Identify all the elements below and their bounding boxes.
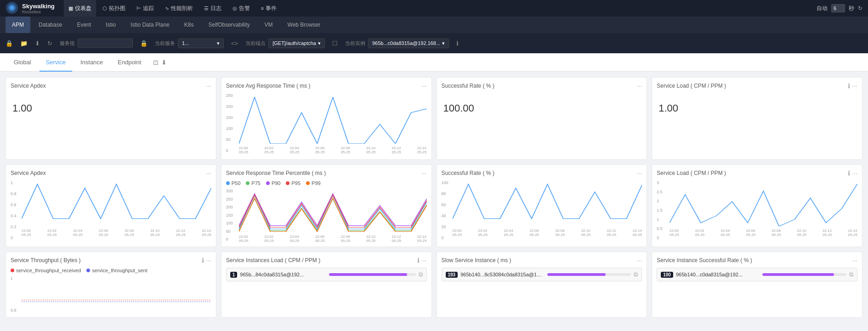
nav-item-trace[interactable]: ⊢追踪: [132, 0, 159, 17]
more-icon[interactable]: ···: [421, 169, 427, 177]
chart-svg: [239, 93, 427, 144]
sec-nav-item-browser[interactable]: Web Browser: [281, 17, 327, 33]
more-icon[interactable]: ···: [421, 257, 427, 264]
more-icon[interactable]: ···: [637, 169, 642, 177]
download-icon: ⬇: [35, 40, 40, 47]
current-instance-select[interactable]: 965b...c0da8315a@192.168... ▾: [368, 39, 449, 48]
more-icon[interactable]: ···: [637, 82, 642, 90]
panel-title: Service Throughput ( Bytes ): [11, 257, 81, 264]
current-instance-label: 当前实例: [345, 40, 365, 47]
nav-item-profile[interactable]: ∿性能剖析: [160, 0, 198, 17]
top-nav: Skywalking Rocketbot ▦仪表盘⬡拓扑图⊢追踪∿性能剖析☰日志…: [0, 0, 868, 17]
nav-item-log[interactable]: ☰日志: [199, 0, 226, 17]
more-icon[interactable]: ···: [852, 82, 857, 90]
panel-actions: ···: [421, 82, 427, 90]
panel-title: Service Load ( CPM / PPM ): [657, 83, 726, 89]
sec-nav-item-self[interactable]: SelfObservability: [202, 17, 256, 33]
x-axis: 22:0005-2522:0205-2522:0405-2522:0605-25…: [669, 228, 857, 237]
info-icon[interactable]: ℹ: [848, 82, 850, 90]
panel-header: Service Load ( CPM / PPM ) ℹ ···: [657, 82, 857, 90]
panel-header: Service Load ( CPM / PPM ) ℹ ···: [657, 169, 857, 177]
instance-name: 965b140...c0da8315a@192...: [676, 272, 760, 277]
x-axis: 22:0005-2522:0205-2522:0405-2522:0605-25…: [239, 145, 427, 154]
panel-successful-rate-2: Successful Rate ( % ) ··· 100806040200 2…: [437, 164, 647, 247]
info-icon[interactable]: ℹ: [202, 257, 204, 264]
current-instance-field: 当前实例 965b...c0da8315a@192.168... ▾: [345, 39, 449, 48]
more-icon[interactable]: ···: [852, 169, 857, 177]
nav-item-alert[interactable]: ◎告警: [228, 0, 255, 17]
more-icon[interactable]: ···: [421, 82, 427, 90]
nav-item-event[interactable]: ≡事件: [256, 0, 281, 17]
content-tabs: Global Service Instance Endpoint ⊡ ⬇: [0, 53, 868, 72]
refresh-interval-input[interactable]: [831, 4, 845, 12]
panel-actions: ···: [852, 257, 857, 264]
more-icon[interactable]: ···: [637, 257, 642, 264]
panel-actions: ···: [637, 82, 642, 90]
service-group-input[interactable]: [78, 39, 133, 48]
sec-nav-item-vm[interactable]: VM: [258, 17, 279, 33]
copy-icon[interactable]: ⧉: [419, 271, 423, 278]
chart-svg-wrap: 22:0005-2522:0205-2522:0405-2522:0605-25…: [22, 180, 211, 240]
copy-icon[interactable]: ⧉: [849, 271, 853, 278]
refresh-icon-toolbar[interactable]: ↻: [47, 40, 52, 47]
nav-label-topology: 拓扑图: [109, 5, 125, 12]
y-axis: 100806040200: [442, 180, 453, 240]
service-group-label: 服务组: [60, 40, 75, 47]
panel-actions: ···: [421, 169, 427, 177]
nav-icon-log: ☰: [204, 6, 209, 11]
panel-response-percentile: Service Response Time Percentile ( ms ) …: [221, 164, 432, 247]
panel-actions: ℹ ···: [848, 82, 857, 90]
legend-label: P90: [272, 180, 281, 186]
tab-endpoint[interactable]: Endpoint: [111, 53, 148, 72]
x-axis: 22:0005-2522:0205-2522:0405-2522:0605-25…: [22, 228, 211, 237]
sec-nav-item-istio-data[interactable]: Istio Data Plane: [124, 17, 176, 33]
instance-name: 965b140...8c53084c0da8315a@192.1...: [460, 272, 545, 277]
nav-item-dashboard[interactable]: ▦仪表盘: [64, 0, 96, 17]
panel-title: Service Avg Response Time ( ms ): [226, 83, 311, 89]
info-icon[interactable]: ℹ: [417, 257, 420, 264]
y-axis: 300250200150100500: [226, 189, 239, 241]
sec-nav-item-event[interactable]: Event: [70, 17, 97, 33]
panel-actions: ···: [206, 82, 211, 90]
sec-nav-item-istio[interactable]: Istio: [99, 17, 122, 33]
current-instance-value: 965b...c0da8315a@192.168...: [372, 40, 440, 46]
instance-badge: 193: [446, 272, 458, 278]
panel-value: 100.00: [442, 93, 642, 114]
legend-p99: P99: [306, 180, 321, 186]
tab-actions: ⊡ ⬇: [153, 59, 167, 66]
refresh-icon[interactable]: ↻: [858, 5, 862, 11]
more-icon[interactable]: ···: [852, 257, 857, 264]
current-service-select[interactable]: 1... ▾: [178, 39, 224, 48]
download-tab-icon[interactable]: ⬇: [161, 59, 167, 66]
legend-p50: P50: [226, 180, 241, 186]
info-icon[interactable]: ℹ: [848, 169, 850, 177]
nav-label-trace: 追踪: [143, 5, 154, 12]
nav-item-topology[interactable]: ⬡拓扑图: [98, 0, 130, 17]
info-icon-toolbar[interactable]: ℹ: [456, 40, 459, 47]
tab-instance[interactable]: Instance: [74, 53, 109, 72]
instance-bar-wrap: [762, 273, 846, 276]
main-nav-items: ▦仪表盘⬡拓扑图⊢追踪∿性能剖析☰日志◎告警≡事件: [64, 0, 281, 17]
instance-name: 965b...84c0da8315a@192...: [240, 272, 326, 277]
row3: Service Throughput ( Bytes ) ℹ ··· servi…: [6, 252, 862, 318]
expand-icon[interactable]: ⊡: [153, 59, 159, 66]
legend-sent: service_throughput_sent: [86, 268, 147, 273]
seconds-label: 秒: [849, 5, 854, 12]
panel-title: Service Response Time Percentile ( ms ): [226, 170, 326, 176]
panel-title: Successful Rate ( % ): [442, 170, 494, 176]
current-endpoint-select[interactable]: [GET]/auth/captcha ▾: [268, 39, 325, 48]
service-group-field: 服务组: [60, 39, 133, 48]
code-icon: <>: [231, 40, 238, 47]
logo-name: Skywalking: [22, 3, 55, 10]
copy-icon[interactable]: ⧉: [634, 271, 638, 278]
more-icon[interactable]: ···: [206, 82, 211, 90]
sec-nav-item-apm[interactable]: APM: [6, 17, 30, 33]
more-icon[interactable]: ···: [206, 169, 211, 177]
sec-nav-item-database[interactable]: Database: [32, 17, 68, 33]
sec-nav-item-k8s[interactable]: K8s: [178, 17, 200, 33]
tab-global[interactable]: Global: [7, 53, 38, 72]
auto-label: 自动: [817, 5, 828, 12]
panel-avg-response: Service Avg Response Time ( ms ) ··· 250…: [221, 77, 432, 160]
more-icon[interactable]: ···: [206, 257, 211, 264]
tab-service[interactable]: Service: [40, 53, 72, 72]
